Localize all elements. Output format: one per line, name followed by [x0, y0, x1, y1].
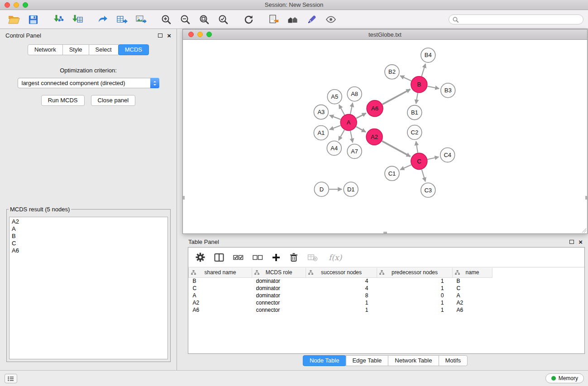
network-canvas[interactable]: AA6A2BCA1A3A5A8A4A7B1B2B3B4C1C2C3C4DD1 [183, 40, 587, 234]
graph-edge-B-B3[interactable] [427, 86, 439, 89]
table-settings-button[interactable] [196, 253, 205, 262]
table-cell[interactable]: 0 [377, 292, 453, 299]
tab-network-table[interactable]: Network Table [388, 355, 439, 366]
table-cell[interactable]: A2 [453, 299, 492, 306]
resize-grip-icon[interactable] [581, 228, 587, 233]
graph-edge-A-A4[interactable] [339, 130, 344, 140]
column-header-shared-name[interactable]: shared name [189, 268, 252, 277]
export-image-button[interactable] [131, 11, 150, 28]
graph-edge-A-A1[interactable] [330, 125, 340, 129]
table-cell[interactable]: B [453, 277, 492, 285]
result-item[interactable]: B [12, 233, 165, 240]
table-cell[interactable]: 1 [377, 306, 453, 314]
table-cell[interactable]: 1 [377, 299, 453, 306]
graph-edge-A-A2[interactable] [356, 127, 366, 132]
table-cell[interactable]: A6 [189, 306, 252, 314]
table-cell[interactable]: B [189, 277, 252, 285]
result-item[interactable]: A6 [12, 247, 165, 254]
table-cell[interactable]: 1 [306, 299, 377, 306]
tab-network[interactable]: Network [28, 44, 63, 55]
graph-edge-C-C1[interactable] [400, 165, 411, 170]
table-cell[interactable]: 1 [377, 277, 453, 285]
table-cell[interactable]: A [189, 292, 252, 299]
table-cell[interactable]: C [189, 285, 252, 292]
close-panel-icon[interactable]: × [167, 32, 171, 39]
graph-edge-C-C3[interactable] [422, 169, 425, 181]
delete-column-button[interactable] [289, 253, 298, 262]
table-cell[interactable]: connector [252, 306, 306, 314]
table-row[interactable]: A6connector11A6 [189, 306, 585, 314]
select-all-button[interactable] [233, 254, 244, 261]
refresh-button[interactable] [239, 11, 258, 28]
graph-edge-B-B2[interactable] [400, 76, 411, 81]
table-cell[interactable]: dominator [252, 292, 306, 299]
column-header-successor-nodes[interactable]: successor nodes [306, 268, 377, 277]
float-panel-icon[interactable] [158, 33, 163, 38]
graph-edge-A-A8[interactable] [350, 103, 353, 114]
save-session-button[interactable] [24, 11, 43, 28]
tab-edge-table[interactable]: Edge Table [345, 355, 388, 366]
first-neighbors-button[interactable] [264, 11, 283, 28]
export-network-button[interactable] [93, 11, 112, 28]
result-item[interactable]: C [12, 240, 165, 247]
graph-edge-A6-B[interactable] [382, 89, 411, 104]
tab-motifs[interactable]: Motifs [438, 355, 468, 366]
table-row[interactable]: A2connector11A2 [189, 299, 585, 306]
graph-edge-A2-C[interactable] [382, 141, 411, 157]
function-builder-button[interactable]: f(x) [329, 253, 342, 262]
tab-mcds[interactable]: MCDS [118, 44, 149, 55]
tab-style[interactable]: Style [62, 44, 89, 55]
export-table-button[interactable] [112, 11, 131, 28]
open-session-button[interactable] [5, 11, 24, 28]
search-input[interactable] [461, 16, 579, 23]
table-cell[interactable]: dominator [252, 285, 306, 292]
float-table-panel-icon[interactable] [569, 240, 574, 244]
table-cell[interactable]: 4 [306, 285, 377, 292]
deselect-all-button[interactable] [253, 254, 263, 261]
close-panel-button[interactable]: Close panel [91, 95, 136, 106]
run-mcds-button[interactable]: Run MCDS [41, 95, 85, 106]
graph-edge-C-C2[interactable] [416, 141, 418, 152]
table-cell[interactable]: A6 [453, 306, 492, 314]
result-item[interactable]: A [12, 225, 165, 233]
table-row[interactable]: Adominator80A [189, 292, 585, 299]
table-cell[interactable]: 1 [306, 306, 377, 314]
zoom-in-button[interactable] [157, 11, 176, 28]
memory-button[interactable]: Memory [545, 373, 584, 383]
column-header-name[interactable]: name [453, 268, 492, 277]
network-graph[interactable]: AA6A2BCA1A3A5A8A4A7B1B2B3B4C1C2C3C4DD1 [183, 40, 587, 234]
zoom-fit-button[interactable] [195, 11, 214, 28]
table-row[interactable]: Bdominator41B [189, 277, 585, 285]
result-item[interactable]: A2 [12, 218, 165, 225]
table-cell[interactable]: connector [252, 299, 306, 306]
show-hide-button[interactable] [321, 11, 340, 28]
column-header-mcds-role[interactable]: MCDS role [252, 268, 306, 277]
graph-edge-B-B4[interactable] [421, 64, 425, 76]
graph-edge-C-C4[interactable] [427, 157, 439, 160]
import-table-button[interactable] [68, 11, 87, 28]
table-cell[interactable]: dominator [252, 277, 306, 285]
optimization-dropdown[interactable]: largest connected component (directed) [18, 78, 159, 88]
zoom-selected-button[interactable] [214, 11, 233, 28]
show-columns-button[interactable] [214, 253, 224, 262]
table-cell[interactable]: A2 [189, 299, 252, 306]
graph-edge-A-A5[interactable] [339, 105, 344, 115]
annotation-button[interactable] [302, 11, 321, 28]
table-cell[interactable]: A [453, 292, 492, 299]
tab-select[interactable]: Select [89, 44, 119, 55]
column-header-predecessor-nodes[interactable]: predecessor nodes [377, 268, 453, 277]
network-window-titlebar[interactable]: testGlobe.txt [183, 29, 587, 40]
task-history-button[interactable] [5, 374, 17, 383]
graph-edge-A-A7[interactable] [350, 131, 353, 143]
home-button[interactable] [283, 11, 302, 28]
add-column-button[interactable] [272, 253, 280, 262]
zoom-out-button[interactable] [176, 11, 195, 28]
table-cell[interactable]: 1 [377, 285, 453, 292]
tab-node-table[interactable]: Node Table [303, 355, 346, 366]
close-table-panel-icon[interactable]: × [578, 238, 583, 245]
mcds-result-list[interactable]: A2ABCA6 [9, 217, 168, 359]
graph-edge-A-A3[interactable] [330, 115, 340, 119]
table-row[interactable]: Cdominator41C [189, 285, 585, 292]
import-network-button[interactable] [49, 11, 68, 28]
graph-edge-A-A6[interactable] [356, 113, 366, 119]
